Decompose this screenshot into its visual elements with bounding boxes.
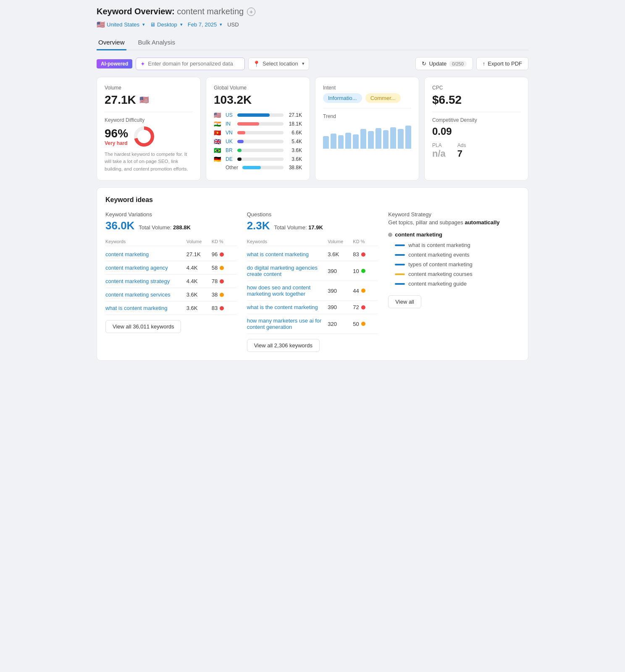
add-keyword-button[interactable]: + bbox=[247, 8, 255, 16]
location-select-label: Select location bbox=[263, 60, 298, 67]
tab-overview[interactable]: Overview bbox=[97, 35, 126, 50]
keyword-link[interactable]: how many marketers use ai for content ge… bbox=[247, 318, 328, 330]
currency-label: USD bbox=[227, 21, 239, 28]
date-chevron: ▾ bbox=[220, 22, 222, 27]
keyword-link[interactable]: content marketing bbox=[105, 251, 186, 257]
trend-bar bbox=[338, 135, 344, 149]
strategy-item-label: what is content marketing bbox=[408, 242, 470, 248]
device-chevron: ▾ bbox=[180, 22, 183, 27]
variations-column: Keyword Variations 36.0K Total Volume: 2… bbox=[105, 211, 237, 352]
num-DE: 3.6K bbox=[286, 156, 302, 162]
keyword-link[interactable]: what is the content marketing bbox=[247, 304, 328, 310]
trend-bar bbox=[376, 128, 381, 149]
bar-bg-UK bbox=[237, 140, 284, 143]
keyword-link[interactable]: what is content marketing bbox=[105, 305, 186, 311]
strategy-item: content marketing events bbox=[395, 252, 520, 258]
location-select-dropdown[interactable]: 📍 Select location ▾ bbox=[248, 58, 309, 70]
questions-col-title: Questions bbox=[247, 211, 378, 218]
export-button[interactable]: ↑ Export to PDF bbox=[476, 57, 528, 70]
bar-US bbox=[237, 113, 270, 117]
domain-input-wrap[interactable]: ✦ bbox=[136, 58, 245, 70]
country-row: 🇩🇪 DE 3.6K bbox=[214, 156, 302, 163]
date-selector[interactable]: Feb 7, 2025 ▾ bbox=[188, 21, 222, 28]
trend-bars bbox=[323, 123, 411, 149]
device-selector[interactable]: 🖥 Desktop ▾ bbox=[150, 21, 183, 28]
code-UK: UK bbox=[226, 139, 235, 144]
keyword-link[interactable]: content marketing services bbox=[105, 291, 186, 298]
update-label: Update bbox=[429, 60, 446, 67]
comp-density-value: 0.09 bbox=[432, 126, 520, 137]
strategy-line bbox=[395, 264, 405, 265]
table-row: what is content marketing 3.6K 83 bbox=[247, 248, 378, 261]
country-row: 🇻🇳 VN 6.6K bbox=[214, 129, 302, 136]
keyword-kd: 83 bbox=[353, 251, 378, 257]
view-all-strategy-button[interactable]: View all bbox=[388, 295, 421, 308]
flag-US: 🇺🇸 bbox=[214, 112, 223, 118]
keyword-volume: 390 bbox=[328, 268, 353, 274]
other-bar-bg bbox=[242, 166, 284, 169]
kd-row: 96% Very hard bbox=[105, 126, 193, 147]
location-select-chevron: ▾ bbox=[302, 61, 305, 66]
strategy-root-dot bbox=[388, 233, 392, 237]
us-flag: 🇺🇸 bbox=[97, 21, 105, 29]
kd-label: Keyword Difficulty bbox=[105, 117, 193, 123]
keyword-kd: 72 bbox=[353, 304, 378, 310]
questions-column: Questions 2.3K Total Volume: 17.9K Keywo… bbox=[247, 211, 378, 352]
strategy-items: what is content marketing content market… bbox=[395, 242, 520, 287]
variations-total-vol: Total Volume: 288.8K bbox=[139, 224, 191, 231]
kd-dot bbox=[220, 279, 224, 284]
strategy-item-label: types of content marketing bbox=[408, 261, 472, 268]
kd-dot bbox=[220, 306, 224, 310]
keyword-volume: 3.6K bbox=[186, 291, 212, 298]
table-row: content marketing services 3.6K 38 bbox=[105, 288, 237, 302]
trend-bar bbox=[345, 133, 351, 149]
ads-label: Ads bbox=[457, 142, 466, 148]
keyword-link[interactable]: content marketing agency bbox=[105, 265, 186, 271]
kd-value: 96% bbox=[105, 127, 128, 140]
domain-input[interactable] bbox=[148, 60, 240, 67]
keyword-volume: 320 bbox=[328, 321, 353, 327]
num-IN: 18.1K bbox=[286, 121, 302, 127]
device-icon: 🖥 bbox=[150, 21, 155, 28]
bar-VN bbox=[237, 131, 245, 134]
flag-UK: 🇬🇧 bbox=[214, 138, 223, 145]
other-code: Other bbox=[226, 165, 240, 171]
code-VN: VN bbox=[226, 130, 235, 136]
strategy-item: content marketing courses bbox=[395, 271, 520, 277]
ai-powered-badge: AI-powered bbox=[97, 59, 132, 68]
global-volume-value: 103.2K bbox=[214, 93, 302, 107]
location-chevron: ▾ bbox=[142, 22, 145, 27]
keyword-link[interactable]: do digital marketing agencies create con… bbox=[247, 265, 328, 277]
kd-donut bbox=[133, 126, 155, 147]
keyword-link[interactable]: content marketing strategy bbox=[105, 278, 186, 284]
kd-dot bbox=[361, 252, 365, 257]
kd-dot bbox=[361, 269, 365, 273]
keyword-link[interactable]: how does seo and content marketing work … bbox=[247, 284, 328, 297]
bar-DE bbox=[237, 158, 242, 161]
pla-value: n/a bbox=[432, 148, 446, 159]
strategy-item: what is content marketing bbox=[395, 242, 520, 248]
global-volume-label: Global Volume bbox=[214, 85, 302, 91]
country-row: 🇧🇷 BR 3.6K bbox=[214, 147, 302, 154]
view-all-questions-button[interactable]: View all 2,306 keywords bbox=[247, 339, 320, 352]
view-all-variations-button[interactable]: View all 36,011 keywords bbox=[105, 320, 181, 333]
refresh-icon: ↻ bbox=[422, 60, 426, 67]
tab-bulk-analysis[interactable]: Bulk Analysis bbox=[137, 35, 177, 50]
variations-table-header: Keywords Volume KD % bbox=[105, 237, 237, 246]
page-title: Keyword Overview: content marketing bbox=[97, 7, 244, 16]
trend-bar bbox=[390, 127, 396, 149]
intent-trend-card: Intent Informatio... Commer... Trend bbox=[315, 77, 419, 181]
volume-value: 27.1K bbox=[105, 93, 136, 107]
pin-icon: 📍 bbox=[253, 60, 260, 67]
location-selector[interactable]: 🇺🇸 United States ▾ bbox=[97, 21, 145, 29]
intent-badge-info: Informatio... bbox=[323, 93, 362, 103]
device-label: Desktop bbox=[157, 21, 177, 28]
keyword-kd: 58 bbox=[212, 265, 237, 271]
cpc-card: CPC $6.52 Competitive Density 0.09 PLA n… bbox=[424, 77, 528, 181]
code-US: US bbox=[226, 112, 235, 118]
questions-count: 2.3K bbox=[247, 219, 270, 232]
keyword-link[interactable]: what is content marketing bbox=[247, 251, 328, 257]
code-BR: BR bbox=[226, 147, 235, 153]
intent-badge-comm: Commer... bbox=[365, 93, 401, 103]
update-button[interactable]: ↻ Update 0/250 bbox=[415, 57, 473, 70]
